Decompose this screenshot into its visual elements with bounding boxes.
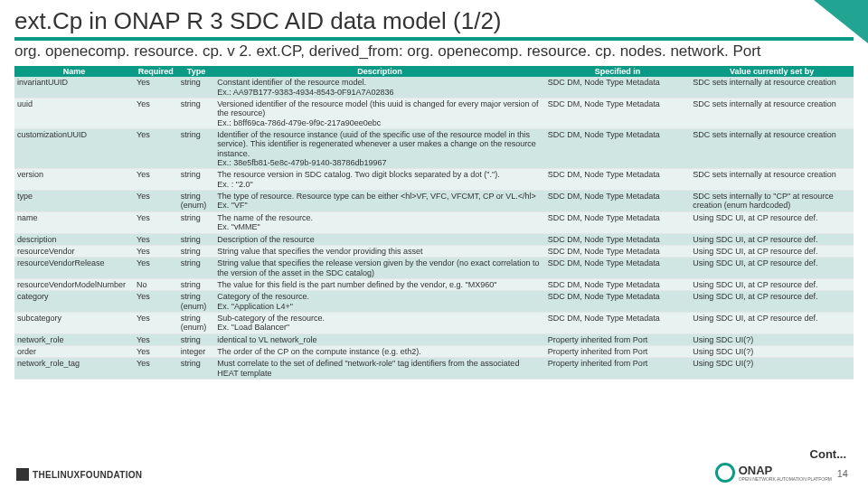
header-specified-in: Specified in (545, 66, 690, 77)
table-row: resourceVendorReleaseYesstringString val… (14, 258, 854, 279)
cell: Using SDC UI(?) (690, 333, 854, 345)
header-value-set-by: Value currently set by (690, 66, 854, 77)
linux-foundation-text: THELINUXFOUNDATION (33, 470, 142, 480)
cell: string (178, 278, 215, 290)
cell: string (178, 258, 215, 279)
cell: integer (178, 345, 215, 357)
cell: The name of the resource.Ex. "vMME" (214, 211, 545, 233)
table-header-row: Name Required Type Description Specified… (14, 66, 854, 77)
cell: Using SDC UI, at CP resource def. (690, 258, 854, 279)
cell: SDC DM, Node Type Metadata (545, 312, 690, 333)
cell: SDC DM, Node Type Metadata (545, 245, 690, 257)
header-name: Name (14, 66, 134, 77)
cell: Yes (134, 333, 178, 345)
table-row: customizationUUIDYesstringIdentifier of … (14, 129, 854, 169)
cell: Using SDC UI, at CP resource def. (690, 312, 854, 333)
header-type: Type (178, 66, 215, 77)
cell-name: network_role (14, 333, 134, 345)
header-required: Required (134, 66, 178, 77)
cell: SDC sets internally to "CP" at resource … (690, 191, 854, 212)
table-row: invariantUUIDYesstringConstant identifie… (14, 77, 854, 98)
onap-text-block: ONAP OPEN NETWORK AUTOMATION PLATFORM (739, 464, 832, 482)
cell: SDC DM, Node Type Metadata (545, 291, 690, 313)
table-row: network_roleYesstringidentical to VL net… (14, 333, 854, 345)
cell: string (178, 129, 215, 169)
cell-name: resourceVendor (14, 245, 134, 257)
cell: Using SDC UI, at CP resource def. (690, 211, 854, 233)
cell: string (enum) (178, 312, 215, 333)
cell: SDC DM, Node Type Metadata (545, 169, 690, 191)
cell: Using SDC UI(?) (690, 358, 854, 380)
cell: string (178, 99, 215, 129)
cell: SDC DM, Node Type Metadata (545, 278, 690, 290)
cell-name: network_role_tag (14, 358, 134, 380)
cell: SDC DM, Node Type Metadata (545, 129, 690, 169)
cell: Yes (134, 258, 178, 279)
cell: The type of resource. Resource type can … (214, 191, 545, 212)
cell: Yes (134, 129, 178, 169)
cell-name: resourceVendorRelease (14, 258, 134, 279)
cell: string (enum) (178, 191, 215, 212)
cell-name: category (14, 291, 134, 313)
cell-name: type (14, 191, 134, 212)
cell: SDC DM, Node Type Metadata (545, 258, 690, 279)
cell: Versioned identifier of the resource mod… (214, 99, 545, 129)
cell: Yes (134, 345, 178, 357)
cell-name: uuid (14, 99, 134, 129)
cell-name: version (14, 169, 134, 191)
page-number: 14 (837, 468, 848, 479)
cell: Using SDC UI, at CP resource def. (690, 233, 854, 245)
data-model-table: Name Required Type Description Specified… (14, 66, 854, 380)
cell: Using SDC UI(?) (690, 345, 854, 357)
cell: The value for this field is the part num… (214, 278, 545, 290)
table-row: subcategoryYesstring (enum)Sub-category … (14, 312, 854, 333)
cell: SDC sets internally at resource creation (690, 77, 854, 98)
cell: SDC DM, Node Type Metadata (545, 191, 690, 212)
cell: SDC DM, Node Type Metadata (545, 77, 690, 98)
cell: string (enum) (178, 291, 215, 313)
cell: Sub-category of the resource.Ex. "Load B… (214, 312, 545, 333)
cell-name: order (14, 345, 134, 357)
cell: Using SDC UI, at CP resource def. (690, 278, 854, 290)
onap-ring-icon (715, 463, 735, 483)
slide-subtitle: org. openecomp. resource. cp. v 2. ext.C… (14, 42, 854, 61)
table-body: invariantUUIDYesstringConstant identifie… (14, 77, 854, 379)
onap-name: ONAP (739, 464, 832, 477)
cell: Yes (134, 191, 178, 212)
cell: string (178, 333, 215, 345)
continuation-label: Cont... (810, 447, 846, 461)
cell: string (178, 233, 215, 245)
cell: String value that specifies the vendor p… (214, 245, 545, 257)
cell: Property inherited from Port (545, 333, 690, 345)
table-row: orderYesintegerThe order of the CP on th… (14, 345, 854, 357)
cell: Identifier of the resource instance (uui… (214, 129, 545, 169)
cell-name: invariantUUID (14, 77, 134, 98)
slide: ext.Cp in ONAP R 3 SDC AID data model (1… (0, 0, 868, 488)
cell: SDC DM, Node Type Metadata (545, 211, 690, 233)
table-row: resourceVendorModelNumberNostringThe val… (14, 278, 854, 290)
table-row: versionYesstringThe resource version in … (14, 169, 854, 191)
cell: string (178, 169, 215, 191)
cell: The resource version in SDC catalog. Two… (214, 169, 545, 191)
table-row: network_role_tagYesstringMust correlate … (14, 358, 854, 380)
cell: Property inherited from Port (545, 358, 690, 380)
table-row: typeYesstring (enum)The type of resource… (14, 191, 854, 212)
table-row: uuidYesstringVersioned identifier of the… (14, 99, 854, 129)
cell: Property inherited from Port (545, 345, 690, 357)
linux-foundation-icon (16, 468, 29, 481)
cell: Description of the resource (214, 233, 545, 245)
cell: Yes (134, 169, 178, 191)
table-row: categoryYesstring (enum)Category of the … (14, 291, 854, 313)
cell: Yes (134, 77, 178, 98)
footer-right-logo: ONAP OPEN NETWORK AUTOMATION PLATFORM (715, 463, 832, 483)
cell: Using SDC UI, at CP resource def. (690, 245, 854, 257)
onap-subtitle: OPEN NETWORK AUTOMATION PLATFORM (739, 477, 832, 482)
table-row: descriptionYesstringDescription of the r… (14, 233, 854, 245)
table-row: nameYesstringThe name of the resource.Ex… (14, 211, 854, 233)
cell-name: description (14, 233, 134, 245)
cell: Yes (134, 211, 178, 233)
cell: string (178, 211, 215, 233)
header-description: Description (214, 66, 545, 77)
cell: Constant identifier of the resource mode… (214, 77, 545, 98)
slide-title: ext.Cp in ONAP R 3 SDC AID data model (1… (14, 7, 854, 41)
